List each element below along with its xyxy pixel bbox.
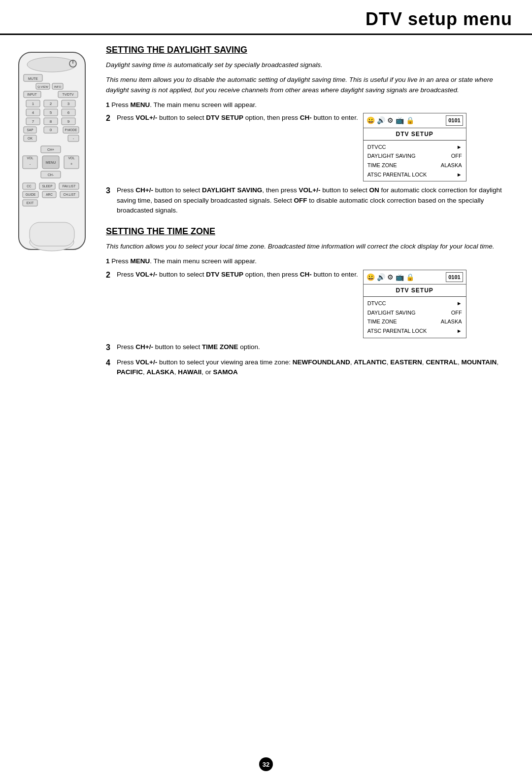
page-number: 32 bbox=[259, 757, 273, 771]
section2-step1: 1 Press MENU. The main menu screen will … bbox=[106, 256, 517, 266]
step3-num: 3 bbox=[106, 185, 114, 215]
tv-menu-row-timezone-1: TIME ZONE ALASKA bbox=[367, 161, 462, 170]
svg-text:SLEEP: SLEEP bbox=[42, 184, 52, 188]
tv-menu-row-daylight-1: DAYLIGHT SAVING OFF bbox=[367, 151, 462, 161]
section1-desc1: Daylight saving time is automatically se… bbox=[106, 60, 517, 70]
tv-menu-rows-1: DTVCC ► DAYLIGHT SAVING OFF TIME ZONE AL… bbox=[364, 141, 466, 181]
svg-text:OK: OK bbox=[27, 137, 32, 140]
svg-text:FAV.LIST: FAV.LIST bbox=[62, 184, 75, 188]
remote-control-column: MUTE Q.VIEW INFO INPUT TV/DTV 1 2 bbox=[10, 45, 96, 377]
tv-menu-title-2: DTV SETUP bbox=[364, 284, 466, 297]
svg-text:2: 2 bbox=[49, 102, 52, 106]
tv-icon: 📺 bbox=[396, 117, 404, 124]
section-time-zone: SETTING THE TIME ZONE This function allo… bbox=[106, 226, 517, 377]
tv-menu-icons-1: 😀 🔊 ⚙ 📺 🔒 bbox=[366, 117, 414, 124]
section2-heading: SETTING THE TIME ZONE bbox=[106, 226, 517, 237]
content-column: SETTING THE DAYLIGHT SAVING Daylight sav… bbox=[101, 45, 517, 377]
svg-text:-: - bbox=[29, 162, 31, 166]
tv-menu-row-dtvcc-2: DTVCC ► bbox=[367, 299, 462, 308]
settings-icon-2: ⚙ bbox=[387, 274, 394, 281]
svg-text:P.MODE: P.MODE bbox=[65, 128, 77, 132]
svg-text:4: 4 bbox=[32, 110, 34, 115]
svg-text:+: + bbox=[70, 162, 72, 166]
section2-desc1: This function allows you to select your … bbox=[106, 242, 517, 251]
face-icon-2: 😀 bbox=[366, 274, 375, 281]
svg-text:7: 7 bbox=[32, 119, 34, 124]
step3-body: Press CH+/- button to select DAYLIGHT SA… bbox=[117, 185, 517, 215]
step2-text: Press VOL+/- button to select DTV SETUP … bbox=[117, 113, 358, 123]
tv-menu-row-parental-1: ATSC PARENTAL LOCK ► bbox=[367, 170, 462, 179]
remote-control: MUTE Q.VIEW INFO INPUT TV/DTV 1 2 bbox=[14, 50, 93, 288]
svg-text:INFO: INFO bbox=[54, 85, 61, 88]
svg-text:ARC: ARC bbox=[46, 193, 53, 196]
svg-text:CH-: CH- bbox=[47, 173, 54, 177]
section1-step2: 2 Press VOL+/- button to select DTV SETU… bbox=[106, 113, 517, 181]
section1-step1: 1 Press MENU. The main menu screen will … bbox=[106, 100, 517, 110]
svg-text:SAP: SAP bbox=[27, 128, 33, 132]
tv-channel-display-1: 0101 bbox=[446, 115, 463, 126]
section1-desc2: This menu item allows you to disable the… bbox=[106, 75, 517, 95]
svg-rect-69 bbox=[30, 222, 74, 246]
svg-text:VOL: VOL bbox=[27, 156, 33, 160]
svg-text:8: 8 bbox=[49, 119, 52, 124]
svg-text:3: 3 bbox=[67, 102, 69, 106]
tv-menu-rows-2: DTVCC ► DAYLIGHT SAVING OFF TIME ZONE AL… bbox=[364, 297, 466, 338]
lock-icon-2: 🔒 bbox=[406, 274, 414, 281]
svg-text:0: 0 bbox=[49, 128, 52, 132]
svg-text:INPUT: INPUT bbox=[27, 93, 37, 96]
face-icon: 😀 bbox=[366, 117, 375, 124]
section2-step4: 4 Press VOL+/- button to select your vie… bbox=[106, 357, 517, 378]
step2b-menu-box: 😀 🔊 ⚙ 📺 🔒 0101 DTV SETUP bbox=[363, 270, 466, 338]
tv-menu-row-dtvcc-1: DTVCC ► bbox=[367, 142, 462, 152]
tv-menu-topbar-1: 😀 🔊 ⚙ 📺 🔒 0101 bbox=[364, 113, 466, 128]
step4-body: Press VOL+/- button to select your viewi… bbox=[117, 357, 517, 378]
section2-step3: 3 Press CH+/- button to select TIME ZONE… bbox=[106, 342, 517, 354]
speaker-icon: 🔊 bbox=[377, 117, 385, 124]
settings-icon: ⚙ bbox=[387, 117, 394, 124]
tv-menu-row-timezone-2: TIME ZONE ALASKA bbox=[367, 317, 462, 326]
svg-text:CH.LIST: CH.LIST bbox=[63, 193, 75, 196]
svg-text:9: 9 bbox=[67, 119, 69, 124]
svg-text:MUTE: MUTE bbox=[28, 77, 38, 80]
tv-menu-row-parental-2: ATSC PARENTAL LOCK ► bbox=[367, 326, 462, 336]
svg-text:-: - bbox=[72, 136, 74, 141]
svg-text:MENU: MENU bbox=[45, 161, 56, 164]
speaker-icon-2: 🔊 bbox=[377, 274, 385, 281]
svg-text:Q.VIEW: Q.VIEW bbox=[37, 85, 48, 88]
svg-text:TV/DTV: TV/DTV bbox=[62, 93, 74, 96]
tv-menu-box-1: 😀 🔊 ⚙ 📺 🔒 0101 bbox=[363, 113, 466, 181]
svg-text:EXIT: EXIT bbox=[26, 201, 33, 205]
page-title: DTV setup menu bbox=[20, 9, 512, 30]
lock-icon: 🔒 bbox=[406, 117, 414, 124]
tv-menu-topbar-2: 😀 🔊 ⚙ 📺 🔒 0101 bbox=[364, 270, 466, 285]
step2b-num: 2 bbox=[106, 269, 114, 338]
svg-text:CC: CC bbox=[27, 184, 32, 188]
svg-text:CH+: CH+ bbox=[47, 148, 54, 151]
step3b-body: Press CH+/- button to select TIME ZONE o… bbox=[117, 342, 517, 354]
step2-body: Press VOL+/- button to select DTV SETUP … bbox=[117, 113, 466, 181]
svg-text:6: 6 bbox=[67, 110, 69, 115]
step4-num: 4 bbox=[106, 357, 114, 378]
page-circle: 32 bbox=[259, 757, 273, 771]
remote-svg: MUTE Q.VIEW INFO INPUT TV/DTV 1 2 bbox=[14, 50, 90, 286]
step2b-text: Press VOL+/- button to select DTV SETUP … bbox=[117, 270, 358, 280]
step2-num: 2 bbox=[106, 112, 114, 181]
section1-step3: 3 Press CH+/- button to select DAYLIGHT … bbox=[106, 185, 517, 215]
tv-menu-title-1: DTV SETUP bbox=[364, 128, 466, 141]
section1-heading: SETTING THE DAYLIGHT SAVING bbox=[106, 45, 517, 55]
tv-channel-display-2: 0101 bbox=[446, 272, 463, 283]
svg-text:VOL: VOL bbox=[68, 156, 74, 160]
step2-menu-box: 😀 🔊 ⚙ 📺 🔒 0101 bbox=[363, 113, 466, 181]
tv-menu-box-2: 😀 🔊 ⚙ 📺 🔒 0101 DTV SETUP bbox=[363, 270, 466, 338]
section-daylight-saving: SETTING THE DAYLIGHT SAVING Daylight sav… bbox=[106, 45, 517, 215]
section2-step2: 2 Press VOL+/- button to select DTV SETU… bbox=[106, 270, 517, 338]
svg-point-1 bbox=[27, 57, 76, 72]
svg-text:5: 5 bbox=[49, 110, 52, 115]
svg-text:1: 1 bbox=[32, 102, 34, 106]
tv-menu-icons-2: 😀 🔊 ⚙ 📺 🔒 bbox=[366, 274, 414, 281]
svg-text:GUIDE: GUIDE bbox=[25, 193, 35, 196]
page-header: DTV setup menu bbox=[0, 0, 532, 35]
tv-icon-2: 📺 bbox=[396, 274, 404, 281]
step2b-body: Press VOL+/- button to select DTV SETUP … bbox=[117, 270, 466, 338]
step3b-num: 3 bbox=[106, 342, 114, 354]
